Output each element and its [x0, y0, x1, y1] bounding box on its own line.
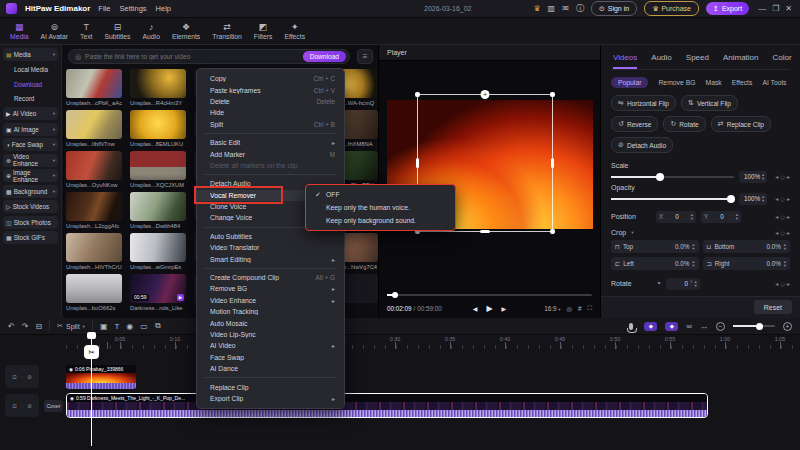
opacity-slider[interactable]: [611, 198, 734, 200]
video-url-input[interactable]: ◎ Paste the link here to get your video …: [68, 49, 350, 64]
restore-button[interactable]: ❐: [770, 4, 781, 13]
export-button[interactable]: ↥ Export: [706, 2, 749, 15]
sidebar-item-download[interactable]: Download: [3, 78, 58, 90]
seek-thumb[interactable]: [392, 292, 398, 298]
voiceover-mic-button[interactable]: [629, 323, 633, 330]
record-button[interactable]: ◉: [126, 322, 133, 331]
previous-frame-button[interactable]: ◀: [473, 305, 478, 312]
mute-icon[interactable]: ◌: [20, 374, 23, 380]
reverse-button[interactable]: ↺Reverse: [611, 116, 658, 132]
menubar-item-settings[interactable]: Settings: [119, 4, 146, 13]
handle-top-right[interactable]: [550, 92, 555, 97]
sign-in-button[interactable]: ⊙ Sign in: [591, 1, 637, 16]
tab-text[interactable]: TText: [80, 23, 92, 40]
menu-item-add-marker[interactable]: Add MarkerM: [197, 148, 344, 159]
menu-item-replace-clip[interactable]: Replace Clip: [197, 381, 344, 392]
download-list-button[interactable]: ≡: [357, 49, 373, 64]
sidebar-item-ai-video[interactable]: ▶AI Video▾: [3, 107, 58, 120]
handle-bottom[interactable]: [480, 230, 490, 233]
delete-button[interactable]: ⊟: [35, 322, 42, 331]
text-tool-button[interactable]: T: [114, 322, 119, 331]
handle-right[interactable]: [551, 158, 554, 168]
media-item[interactable]: Unsplas...8EMLUKU: [130, 110, 186, 151]
tab-ai-avatar[interactable]: ⊚AI Avatar: [41, 23, 68, 40]
menu-item-hide[interactable]: Hide: [197, 107, 344, 118]
hide-icon[interactable]: ⊘: [27, 374, 32, 380]
zoom-slider[interactable]: [733, 325, 775, 327]
filter-pill-remove-bg[interactable]: Remove BG: [658, 79, 695, 86]
filter-pill-popular[interactable]: Popular: [611, 77, 648, 88]
menu-item-auto-mosaic[interactable]: Auto Mosaic: [197, 317, 344, 328]
menu-item-create-compound-clip[interactable]: Create Compound ClipAlt + G: [197, 272, 344, 283]
rotate-keyframe-controls[interactable]: ◂◇▸: [775, 280, 790, 287]
properties-tab-speed[interactable]: Speed: [686, 53, 709, 69]
tab-subtitles[interactable]: ⊟Subtitles: [104, 23, 130, 40]
hide-icon[interactable]: ⊘: [27, 403, 32, 409]
handle-top-left[interactable]: [415, 92, 420, 97]
media-thumbnail[interactable]: [66, 274, 122, 303]
media-item[interactable]: Unsplas...IlbfNTnw: [66, 110, 122, 151]
seek-bar[interactable]: [387, 294, 592, 296]
media-thumbnail[interactable]: [66, 192, 122, 221]
export-frame-button[interactable]: ⧉: [155, 321, 161, 331]
split-button[interactable]: ✂Split▾: [57, 322, 85, 330]
menu-item-basic-edit[interactable]: Basic Edit▸: [197, 137, 344, 148]
lock-icon[interactable]: ⊡: [12, 403, 17, 409]
sidebar-item-stock-gifs[interactable]: ▦Stock GIFs: [3, 231, 58, 244]
menu-item-video-lip-sync[interactable]: Video Lip-Sync: [197, 329, 344, 340]
position-keyframe-controls[interactable]: ◂◇▸: [775, 213, 790, 220]
media-item[interactable]: Unsplas...wGmrpEs: [130, 233, 186, 274]
redo-button[interactable]: ↷: [22, 322, 29, 331]
media-item[interactable]: Unsplas...R4cHm3Y: [130, 69, 186, 110]
playhead-handle[interactable]: [87, 332, 96, 339]
tab-audio[interactable]: ♪Audio: [143, 23, 160, 40]
menu-item-export-clip[interactable]: Export Clip▸: [197, 393, 344, 404]
stepper[interactable]: ▴▾: [784, 260, 786, 266]
sidebar-item-stock-videos[interactable]: ▷Stock Videos: [3, 200, 58, 213]
media-thumbnail[interactable]: [130, 69, 186, 98]
download-button[interactable]: Download: [303, 51, 346, 62]
sidebar-item-video-enhance[interactable]: ⊛Video Enhance▾: [3, 154, 58, 167]
rotate-value[interactable]: 0°▴▾: [666, 278, 700, 290]
properties-tab-audio[interactable]: Audio: [651, 53, 671, 69]
menu-item-remove-bg[interactable]: Remove BG▸: [197, 283, 344, 294]
menu-item-ai-video[interactable]: AI Video▸: [197, 340, 344, 351]
submenu-item-off[interactable]: ✓OFF: [306, 188, 455, 201]
sidebar-item-record[interactable]: Record: [3, 93, 58, 105]
media-item[interactable]: Unsplas...Dwbh484: [130, 192, 186, 233]
timeline-clip-overlay[interactable]: ◉0:06 Pixabay_339866: [66, 365, 136, 389]
opacity-keyframe-controls[interactable]: ◂◇▸: [775, 195, 790, 202]
media-thumbnail[interactable]: [130, 233, 186, 262]
crop-tool-button[interactable]: ▭: [140, 322, 148, 331]
submenu-item-keep-only-background-sound[interactable]: Keep only background sound.: [306, 214, 455, 227]
aspect-ratio-select[interactable]: 16:9 ▾: [544, 305, 560, 312]
menu-item-paste-keyframes[interactable]: Paste keyframesCtrl + V: [197, 84, 344, 95]
media-item[interactable]: Unsplash...L2cggAfc: [66, 192, 122, 233]
media-item[interactable]: Unsplas...OyuNKxw: [66, 151, 122, 192]
properties-tab-color[interactable]: Color: [773, 53, 792, 69]
zoom-out-button[interactable]: −: [716, 322, 725, 331]
minimize-button[interactable]: —: [756, 4, 768, 13]
menubar-item-help[interactable]: Help: [156, 4, 171, 13]
media-thumbnail[interactable]: [66, 69, 122, 98]
rotate-button[interactable]: ↻Rotate: [663, 116, 705, 132]
sidebar-item-local-media[interactable]: Local Media: [3, 64, 58, 76]
layout-icon[interactable]: ▥: [548, 4, 556, 13]
sidebar-item-background[interactable]: ▩Background▾: [3, 185, 58, 198]
media-thumbnail[interactable]: [66, 151, 122, 180]
stepper[interactable]: ▴▾: [692, 260, 694, 266]
properties-tab-videos[interactable]: Videos: [613, 53, 637, 69]
crop-keyframe-controls[interactable]: ◂◇▸: [775, 229, 790, 236]
crown-icon[interactable]: ♛: [533, 4, 540, 13]
sidebar-item-face-swap[interactable]: ◑Face Swap▾: [3, 138, 58, 151]
menubar-item-file[interactable]: File: [98, 4, 110, 13]
rotate-dial-icon[interactable]: ◔: [656, 279, 661, 288]
keyframe-toggle[interactable]: ◆: [644, 322, 657, 331]
timeline-clip-main[interactable]: ◉0:59 Darkness_Meets_The_Light_-_K_Pop_D…: [66, 393, 708, 418]
media-thumbnail[interactable]: [130, 192, 186, 221]
menu-item-video-enhance[interactable]: Video Enhance▸: [197, 295, 344, 306]
filter-pill-ai-tools[interactable]: AI Tools: [762, 79, 786, 86]
scale-value[interactable]: 100%▴▾: [739, 171, 767, 183]
feedback-icon[interactable]: ✉: [562, 4, 569, 13]
tab-elements[interactable]: ❖Elements: [172, 23, 200, 40]
